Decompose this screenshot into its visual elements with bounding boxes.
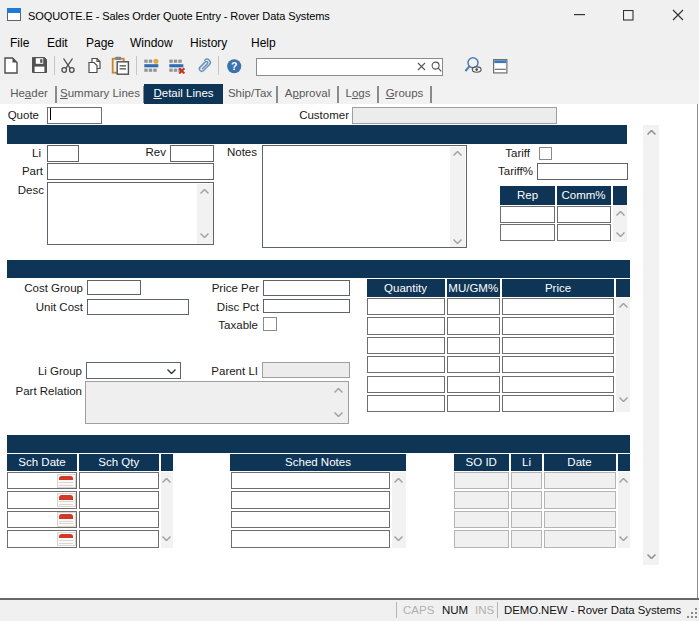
svg-text:?: ? <box>230 60 236 72</box>
